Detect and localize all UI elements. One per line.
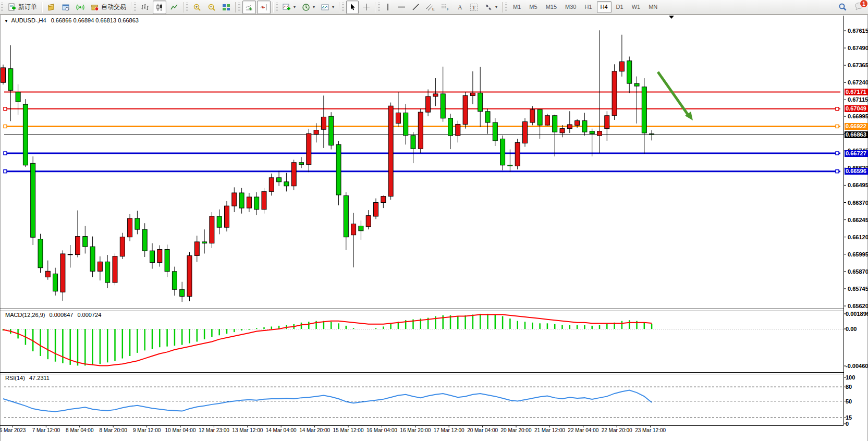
search-button[interactable] [836, 1, 850, 14]
arrow-annotation[interactable] [658, 72, 693, 120]
tf-button-H1[interactable]: H1 [581, 1, 595, 13]
tile-windows-button[interactable] [219, 1, 233, 14]
tf-button-M1[interactable]: M1 [509, 1, 524, 13]
candles-layer [1, 30, 654, 302]
auto-scroll-button[interactable] [242, 1, 256, 14]
chart-canvas[interactable]: 0.676150.674900.673650.672400.671150.669… [0, 0, 868, 441]
chevron-down-icon: ▼ [4, 19, 8, 23]
macd-label: MACD(12,26,9) 0.000647 0.000724 [5, 312, 101, 318]
tf-button-M5[interactable]: M5 [525, 1, 541, 13]
new-order-button[interactable]: 新订单 [5, 1, 40, 14]
date-label: 20 Mar 20:00 [501, 427, 532, 433]
axis-badge-0.66863: 0.66863 [845, 131, 868, 138]
svg-text:80: 80 [846, 384, 852, 390]
price-tick: 0.67240 [848, 79, 868, 85]
indicators-button[interactable]: ▾ [280, 1, 298, 14]
templates-icon [321, 3, 329, 11]
axis-badge-0.66727: 0.66727 [845, 150, 868, 157]
tf-button-W1[interactable]: W1 [628, 1, 644, 13]
fibonacci-icon: F [441, 3, 450, 11]
autotrading-button[interactable]: 自动交易 [88, 1, 129, 14]
tf-button-H4[interactable]: H4 [597, 1, 612, 13]
new-order-icon [8, 3, 16, 11]
navigator-button[interactable] [59, 1, 72, 14]
tile-windows-icon [222, 3, 230, 11]
macd-signal-value: 0.000724 [77, 312, 101, 318]
autotrading-icon [91, 3, 99, 11]
line-chart-button[interactable] [167, 1, 181, 14]
price-tick: 0.65870 [848, 268, 868, 275]
svg-text:15: 15 [846, 414, 852, 421]
macd-name: MACD(12,26,9) [5, 312, 45, 318]
tf-button-D1[interactable]: D1 [613, 1, 627, 13]
date-label: 15 Mar 12:00 [333, 427, 364, 433]
chart-shift-marker[interactable] [669, 16, 674, 19]
date-label: 23 Mar 12:00 [635, 427, 666, 433]
date-label: 8 Mar 04:00 [66, 427, 94, 433]
level-lines[interactable] [4, 92, 843, 173]
new-order-label: 新订单 [18, 3, 37, 11]
autotrading-label: 自动交易 [101, 3, 126, 11]
macd-value: 0.000647 [49, 312, 73, 318]
zoom-out-button[interactable] [205, 1, 218, 14]
price-tick: 0.67490 [848, 45, 868, 51]
trendline-button[interactable] [409, 1, 422, 14]
navigator-icon [62, 3, 70, 11]
date-label: 16 Mar 20:00 [400, 427, 431, 433]
text-label-icon: T [470, 3, 478, 11]
bar-chart-button[interactable] [138, 1, 152, 14]
tf-button-M15[interactable]: M15 [542, 1, 560, 13]
axis-badge-0.67171: 0.67171 [845, 89, 868, 95]
price-tick: 0.65745 [848, 286, 868, 292]
arrows-button[interactable]: ▾ [482, 1, 500, 14]
rsi-value: 47.2311 [29, 375, 50, 381]
rsi-name: RSI(14) [5, 375, 25, 381]
candlestick-chart-button[interactable] [153, 1, 166, 14]
chart-shift-button[interactable] [257, 1, 271, 14]
vertical-line-icon [385, 3, 391, 11]
svg-text:-0.004606: -0.004606 [846, 363, 868, 369]
toolbar-grip[interactable] [1, 3, 3, 12]
trendline-icon [412, 3, 420, 11]
price-tick: 0.66120 [848, 234, 868, 240]
zoom-out-icon [207, 3, 216, 11]
horizontal-line-button[interactable] [395, 1, 408, 14]
tf-button-MN[interactable]: MN [645, 1, 661, 13]
equidistant-channel-button[interactable]: E [423, 1, 437, 14]
date-label: 16 Mar 04:00 [366, 427, 397, 433]
date-label: 13 Mar 12:00 [232, 427, 263, 433]
svg-text:0.001896: 0.001896 [846, 311, 868, 317]
candlestick-chart-icon [155, 3, 164, 11]
crosshair-button[interactable] [360, 1, 373, 14]
cursor-button[interactable] [346, 1, 359, 14]
search-icon [838, 3, 847, 11]
market-watch-icon [47, 3, 55, 11]
data-signal-button[interactable] [74, 1, 87, 14]
svg-text:0: 0 [846, 421, 849, 427]
equidistant-channel-icon: E [426, 3, 435, 11]
vertical-line-button[interactable] [382, 1, 394, 14]
notifications-button[interactable]: 1 [854, 2, 864, 12]
price-tick: 0.66370 [848, 200, 868, 206]
text-icon: A [456, 3, 463, 11]
periods-button[interactable]: ▾ [299, 1, 317, 14]
periods-icon [302, 3, 310, 11]
fibonacci-button[interactable]: F [438, 1, 453, 14]
market-watch-button[interactable] [44, 1, 58, 14]
date-label: 22 Mar 20:00 [602, 427, 632, 433]
zoom-in-button[interactable] [190, 1, 204, 14]
rsi-panel [3, 377, 846, 424]
text-label-button[interactable]: T [467, 1, 481, 14]
chart-symbol-label: AUDUSD-,H4 [11, 17, 46, 23]
date-label: 7 Mar 12:00 [32, 427, 60, 433]
axis-badge-0.67049: 0.67049 [845, 105, 868, 112]
date-label: 10 Mar 04:00 [165, 427, 196, 433]
date-label: 14 Mar 04:00 [266, 427, 297, 433]
svg-text:E: E [432, 7, 435, 11]
text-button[interactable]: A [454, 1, 466, 14]
date-label: 21 Mar 12:00 [534, 427, 565, 433]
tf-button-M30[interactable]: M30 [561, 1, 580, 13]
svg-text:F: F [447, 7, 449, 11]
main-toolbar: 新订单 自动交易 [0, 0, 868, 15]
templates-button[interactable]: ▾ [319, 1, 337, 14]
